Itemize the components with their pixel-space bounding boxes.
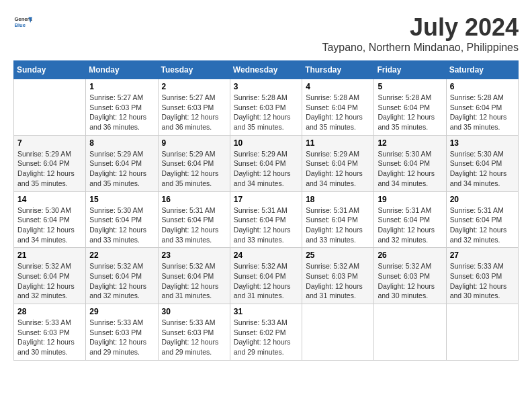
day-info: Sunrise: 5:28 AMSunset: 6:04 PMDaylight:… bbox=[378, 93, 435, 131]
day-number: 15 bbox=[89, 195, 154, 204]
title-block: July 2024 Taypano, Northern Mindanao, Ph… bbox=[322, 13, 519, 54]
day-info: Sunrise: 5:29 AMSunset: 6:04 PMDaylight:… bbox=[162, 150, 219, 187]
day-number: 8 bbox=[89, 138, 154, 148]
day-info: Sunrise: 5:32 AMSunset: 6:04 PMDaylight:… bbox=[17, 262, 75, 300]
table-cell: 16Sunrise: 5:31 AMSunset: 6:04 PMDayligh… bbox=[158, 191, 230, 248]
table-cell: 22Sunrise: 5:32 AMSunset: 6:04 PMDayligh… bbox=[86, 248, 158, 304]
day-info: Sunrise: 5:29 AMSunset: 6:04 PMDaylight:… bbox=[17, 150, 75, 187]
table-cell: 18Sunrise: 5:31 AMSunset: 6:04 PMDayligh… bbox=[302, 191, 374, 248]
day-number: 20 bbox=[450, 195, 515, 204]
day-info: Sunrise: 5:30 AMSunset: 6:04 PMDaylight:… bbox=[89, 206, 146, 244]
day-number: 12 bbox=[378, 138, 442, 148]
day-info: Sunrise: 5:29 AMSunset: 6:04 PMDaylight:… bbox=[306, 150, 363, 187]
day-number: 14 bbox=[17, 195, 82, 204]
day-number: 21 bbox=[17, 250, 82, 260]
day-number: 28 bbox=[17, 307, 82, 316]
table-cell: 15Sunrise: 5:30 AMSunset: 6:04 PMDayligh… bbox=[86, 191, 158, 248]
table-cell: 27Sunrise: 5:33 AMSunset: 6:03 PMDayligh… bbox=[446, 248, 518, 304]
day-number: 11 bbox=[306, 138, 370, 148]
day-number: 13 bbox=[450, 138, 515, 148]
day-number: 2 bbox=[162, 82, 226, 91]
table-cell: 3Sunrise: 5:28 AMSunset: 6:03 PMDaylight… bbox=[230, 79, 302, 136]
day-number: 23 bbox=[162, 250, 226, 260]
logo-icon: General Blue bbox=[13, 13, 32, 32]
day-info: Sunrise: 5:28 AMSunset: 6:03 PMDaylight:… bbox=[234, 93, 291, 131]
calendar-table: Sunday Monday Tuesday Wednesday Thursday… bbox=[13, 60, 519, 361]
day-info: Sunrise: 5:32 AMSunset: 6:04 PMDaylight:… bbox=[162, 262, 219, 300]
day-info: Sunrise: 5:29 AMSunset: 6:04 PMDaylight:… bbox=[89, 150, 146, 187]
day-number: 1 bbox=[89, 82, 154, 91]
day-number: 9 bbox=[162, 138, 226, 148]
table-cell bbox=[302, 304, 374, 361]
col-saturday: Saturday bbox=[446, 61, 518, 79]
calendar-week-row: 21Sunrise: 5:32 AMSunset: 6:04 PMDayligh… bbox=[14, 248, 519, 304]
table-cell: 30Sunrise: 5:33 AMSunset: 6:03 PMDayligh… bbox=[158, 304, 230, 361]
day-number: 5 bbox=[378, 82, 442, 91]
table-cell bbox=[14, 79, 86, 136]
calendar-week-row: 28Sunrise: 5:33 AMSunset: 6:03 PMDayligh… bbox=[14, 304, 519, 361]
day-number: 19 bbox=[378, 195, 442, 204]
calendar-week-row: 1Sunrise: 5:27 AMSunset: 6:03 PMDaylight… bbox=[14, 79, 519, 136]
day-info: Sunrise: 5:33 AMSunset: 6:03 PMDaylight:… bbox=[450, 262, 507, 300]
table-cell: 12Sunrise: 5:30 AMSunset: 6:04 PMDayligh… bbox=[374, 135, 446, 191]
day-info: Sunrise: 5:32 AMSunset: 6:03 PMDaylight:… bbox=[378, 262, 435, 300]
day-info: Sunrise: 5:28 AMSunset: 6:04 PMDaylight:… bbox=[450, 93, 507, 131]
day-number: 7 bbox=[17, 138, 82, 148]
col-thursday: Thursday bbox=[302, 61, 374, 79]
logo: General Blue bbox=[13, 13, 32, 32]
table-cell: 29Sunrise: 5:33 AMSunset: 6:03 PMDayligh… bbox=[86, 304, 158, 361]
day-info: Sunrise: 5:33 AMSunset: 6:03 PMDaylight:… bbox=[162, 318, 219, 356]
table-cell: 2Sunrise: 5:27 AMSunset: 6:03 PMDaylight… bbox=[158, 79, 230, 136]
table-cell: 14Sunrise: 5:30 AMSunset: 6:04 PMDayligh… bbox=[14, 191, 86, 248]
day-number: 17 bbox=[234, 195, 298, 204]
table-cell: 26Sunrise: 5:32 AMSunset: 6:03 PMDayligh… bbox=[374, 248, 446, 304]
day-number: 30 bbox=[162, 307, 226, 316]
table-cell: 9Sunrise: 5:29 AMSunset: 6:04 PMDaylight… bbox=[158, 135, 230, 191]
table-cell: 8Sunrise: 5:29 AMSunset: 6:04 PMDaylight… bbox=[86, 135, 158, 191]
table-cell: 31Sunrise: 5:33 AMSunset: 6:02 PMDayligh… bbox=[230, 304, 302, 361]
calendar-header-row: Sunday Monday Tuesday Wednesday Thursday… bbox=[14, 61, 519, 79]
day-number: 4 bbox=[306, 82, 370, 91]
table-cell: 25Sunrise: 5:32 AMSunset: 6:03 PMDayligh… bbox=[302, 248, 374, 304]
col-monday: Monday bbox=[86, 61, 158, 79]
calendar-week-row: 14Sunrise: 5:30 AMSunset: 6:04 PMDayligh… bbox=[14, 191, 519, 248]
table-cell bbox=[374, 304, 446, 361]
day-info: Sunrise: 5:27 AMSunset: 6:03 PMDaylight:… bbox=[89, 93, 146, 131]
day-info: Sunrise: 5:31 AMSunset: 6:04 PMDaylight:… bbox=[306, 206, 363, 244]
day-info: Sunrise: 5:32 AMSunset: 6:03 PMDaylight:… bbox=[306, 262, 363, 300]
day-info: Sunrise: 5:30 AMSunset: 6:04 PMDaylight:… bbox=[450, 150, 507, 187]
col-tuesday: Tuesday bbox=[158, 61, 230, 79]
day-info: Sunrise: 5:31 AMSunset: 6:04 PMDaylight:… bbox=[162, 206, 219, 244]
table-cell: 28Sunrise: 5:33 AMSunset: 6:03 PMDayligh… bbox=[14, 304, 86, 361]
day-number: 24 bbox=[234, 250, 298, 260]
day-number: 18 bbox=[306, 195, 370, 204]
table-cell bbox=[446, 304, 518, 361]
table-cell: 19Sunrise: 5:31 AMSunset: 6:04 PMDayligh… bbox=[374, 191, 446, 248]
svg-text:Blue: Blue bbox=[14, 22, 26, 28]
day-info: Sunrise: 5:33 AMSunset: 6:03 PMDaylight:… bbox=[17, 318, 75, 356]
table-cell: 5Sunrise: 5:28 AMSunset: 6:04 PMDaylight… bbox=[374, 79, 446, 136]
table-cell: 7Sunrise: 5:29 AMSunset: 6:04 PMDaylight… bbox=[14, 135, 86, 191]
calendar-week-row: 7Sunrise: 5:29 AMSunset: 6:04 PMDaylight… bbox=[14, 135, 519, 191]
day-number: 27 bbox=[450, 250, 515, 260]
day-info: Sunrise: 5:31 AMSunset: 6:04 PMDaylight:… bbox=[378, 206, 435, 244]
day-info: Sunrise: 5:31 AMSunset: 6:04 PMDaylight:… bbox=[450, 206, 507, 244]
table-cell: 24Sunrise: 5:32 AMSunset: 6:04 PMDayligh… bbox=[230, 248, 302, 304]
page-title: July 2024 bbox=[322, 13, 519, 42]
day-info: Sunrise: 5:28 AMSunset: 6:04 PMDaylight:… bbox=[306, 93, 363, 131]
day-info: Sunrise: 5:30 AMSunset: 6:04 PMDaylight:… bbox=[378, 150, 435, 187]
day-number: 29 bbox=[89, 307, 154, 316]
header: General Blue July 2024 Taypano, Northern… bbox=[13, 13, 519, 54]
table-cell: 23Sunrise: 5:32 AMSunset: 6:04 PMDayligh… bbox=[158, 248, 230, 304]
day-info: Sunrise: 5:29 AMSunset: 6:04 PMDaylight:… bbox=[234, 150, 291, 187]
day-info: Sunrise: 5:32 AMSunset: 6:04 PMDaylight:… bbox=[234, 262, 291, 300]
day-number: 3 bbox=[234, 82, 298, 91]
table-cell: 10Sunrise: 5:29 AMSunset: 6:04 PMDayligh… bbox=[230, 135, 302, 191]
table-cell: 13Sunrise: 5:30 AMSunset: 6:04 PMDayligh… bbox=[446, 135, 518, 191]
day-number: 25 bbox=[306, 250, 370, 260]
day-info: Sunrise: 5:33 AMSunset: 6:03 PMDaylight:… bbox=[89, 318, 146, 356]
table-cell: 1Sunrise: 5:27 AMSunset: 6:03 PMDaylight… bbox=[86, 79, 158, 136]
day-number: 6 bbox=[450, 82, 515, 91]
col-friday: Friday bbox=[374, 61, 446, 79]
table-cell: 4Sunrise: 5:28 AMSunset: 6:04 PMDaylight… bbox=[302, 79, 374, 136]
